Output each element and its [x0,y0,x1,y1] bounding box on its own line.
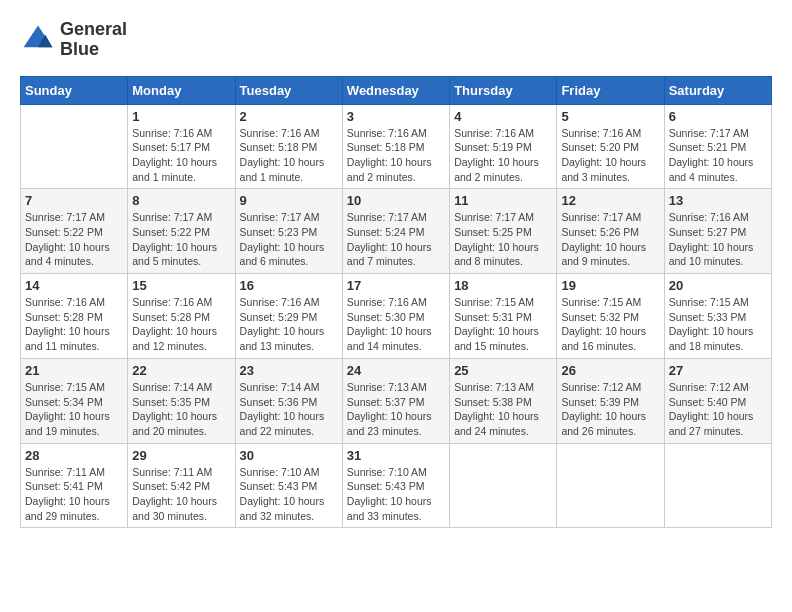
day-number: 5 [561,109,659,124]
calendar-week-2: 7Sunrise: 7:17 AM Sunset: 5:22 PM Daylig… [21,189,772,274]
calendar-cell: 1Sunrise: 7:16 AM Sunset: 5:17 PM Daylig… [128,104,235,189]
day-info: Sunrise: 7:14 AM Sunset: 5:36 PM Dayligh… [240,380,338,439]
day-number: 26 [561,363,659,378]
day-number: 27 [669,363,767,378]
day-number: 17 [347,278,445,293]
calendar-body: 1Sunrise: 7:16 AM Sunset: 5:17 PM Daylig… [21,104,772,528]
day-number: 31 [347,448,445,463]
day-info: Sunrise: 7:15 AM Sunset: 5:34 PM Dayligh… [25,380,123,439]
day-info: Sunrise: 7:14 AM Sunset: 5:35 PM Dayligh… [132,380,230,439]
day-info: Sunrise: 7:16 AM Sunset: 5:18 PM Dayligh… [240,126,338,185]
day-number: 30 [240,448,338,463]
day-number: 9 [240,193,338,208]
calendar-cell: 11Sunrise: 7:17 AM Sunset: 5:25 PM Dayli… [450,189,557,274]
calendar-cell: 18Sunrise: 7:15 AM Sunset: 5:31 PM Dayli… [450,274,557,359]
day-info: Sunrise: 7:11 AM Sunset: 5:41 PM Dayligh… [25,465,123,524]
calendar-cell: 3Sunrise: 7:16 AM Sunset: 5:18 PM Daylig… [342,104,449,189]
calendar-cell: 20Sunrise: 7:15 AM Sunset: 5:33 PM Dayli… [664,274,771,359]
day-info: Sunrise: 7:12 AM Sunset: 5:39 PM Dayligh… [561,380,659,439]
calendar-cell: 22Sunrise: 7:14 AM Sunset: 5:35 PM Dayli… [128,358,235,443]
calendar-header-row: SundayMondayTuesdayWednesdayThursdayFrid… [21,76,772,104]
day-number: 19 [561,278,659,293]
calendar-cell: 16Sunrise: 7:16 AM Sunset: 5:29 PM Dayli… [235,274,342,359]
calendar-cell: 24Sunrise: 7:13 AM Sunset: 5:37 PM Dayli… [342,358,449,443]
day-number: 12 [561,193,659,208]
day-info: Sunrise: 7:12 AM Sunset: 5:40 PM Dayligh… [669,380,767,439]
calendar-cell: 8Sunrise: 7:17 AM Sunset: 5:22 PM Daylig… [128,189,235,274]
calendar-cell: 9Sunrise: 7:17 AM Sunset: 5:23 PM Daylig… [235,189,342,274]
calendar-cell: 6Sunrise: 7:17 AM Sunset: 5:21 PM Daylig… [664,104,771,189]
day-number: 21 [25,363,123,378]
calendar-week-4: 21Sunrise: 7:15 AM Sunset: 5:34 PM Dayli… [21,358,772,443]
calendar-cell: 12Sunrise: 7:17 AM Sunset: 5:26 PM Dayli… [557,189,664,274]
calendar-cell: 23Sunrise: 7:14 AM Sunset: 5:36 PM Dayli… [235,358,342,443]
calendar-cell: 19Sunrise: 7:15 AM Sunset: 5:32 PM Dayli… [557,274,664,359]
logo-text: GeneralBlue [60,20,127,60]
day-number: 7 [25,193,123,208]
calendar-cell: 21Sunrise: 7:15 AM Sunset: 5:34 PM Dayli… [21,358,128,443]
day-number: 13 [669,193,767,208]
calendar-cell: 4Sunrise: 7:16 AM Sunset: 5:19 PM Daylig… [450,104,557,189]
calendar-cell [21,104,128,189]
calendar-week-3: 14Sunrise: 7:16 AM Sunset: 5:28 PM Dayli… [21,274,772,359]
day-number: 20 [669,278,767,293]
day-info: Sunrise: 7:11 AM Sunset: 5:42 PM Dayligh… [132,465,230,524]
day-info: Sunrise: 7:16 AM Sunset: 5:19 PM Dayligh… [454,126,552,185]
col-header-tuesday: Tuesday [235,76,342,104]
day-number: 4 [454,109,552,124]
calendar-cell: 31Sunrise: 7:10 AM Sunset: 5:43 PM Dayli… [342,443,449,528]
col-header-wednesday: Wednesday [342,76,449,104]
day-number: 29 [132,448,230,463]
calendar-cell: 2Sunrise: 7:16 AM Sunset: 5:18 PM Daylig… [235,104,342,189]
col-header-saturday: Saturday [664,76,771,104]
day-number: 6 [669,109,767,124]
day-number: 16 [240,278,338,293]
day-info: Sunrise: 7:15 AM Sunset: 5:32 PM Dayligh… [561,295,659,354]
calendar-cell: 29Sunrise: 7:11 AM Sunset: 5:42 PM Dayli… [128,443,235,528]
day-info: Sunrise: 7:17 AM Sunset: 5:22 PM Dayligh… [132,210,230,269]
day-info: Sunrise: 7:17 AM Sunset: 5:23 PM Dayligh… [240,210,338,269]
day-info: Sunrise: 7:17 AM Sunset: 5:25 PM Dayligh… [454,210,552,269]
calendar-cell: 30Sunrise: 7:10 AM Sunset: 5:43 PM Dayli… [235,443,342,528]
day-number: 15 [132,278,230,293]
day-number: 23 [240,363,338,378]
calendar-cell [557,443,664,528]
col-header-thursday: Thursday [450,76,557,104]
calendar-cell: 28Sunrise: 7:11 AM Sunset: 5:41 PM Dayli… [21,443,128,528]
day-number: 14 [25,278,123,293]
day-info: Sunrise: 7:16 AM Sunset: 5:17 PM Dayligh… [132,126,230,185]
day-info: Sunrise: 7:16 AM Sunset: 5:27 PM Dayligh… [669,210,767,269]
day-number: 1 [132,109,230,124]
calendar-cell: 5Sunrise: 7:16 AM Sunset: 5:20 PM Daylig… [557,104,664,189]
day-info: Sunrise: 7:10 AM Sunset: 5:43 PM Dayligh… [347,465,445,524]
day-number: 22 [132,363,230,378]
logo: GeneralBlue [20,20,127,60]
logo-icon [20,22,56,58]
calendar-cell: 15Sunrise: 7:16 AM Sunset: 5:28 PM Dayli… [128,274,235,359]
day-info: Sunrise: 7:17 AM Sunset: 5:26 PM Dayligh… [561,210,659,269]
day-number: 10 [347,193,445,208]
day-info: Sunrise: 7:17 AM Sunset: 5:24 PM Dayligh… [347,210,445,269]
col-header-sunday: Sunday [21,76,128,104]
col-header-friday: Friday [557,76,664,104]
day-info: Sunrise: 7:16 AM Sunset: 5:18 PM Dayligh… [347,126,445,185]
calendar-week-5: 28Sunrise: 7:11 AM Sunset: 5:41 PM Dayli… [21,443,772,528]
calendar-cell: 14Sunrise: 7:16 AM Sunset: 5:28 PM Dayli… [21,274,128,359]
calendar-cell [664,443,771,528]
day-info: Sunrise: 7:13 AM Sunset: 5:38 PM Dayligh… [454,380,552,439]
calendar-cell: 10Sunrise: 7:17 AM Sunset: 5:24 PM Dayli… [342,189,449,274]
day-info: Sunrise: 7:16 AM Sunset: 5:28 PM Dayligh… [25,295,123,354]
calendar-cell: 13Sunrise: 7:16 AM Sunset: 5:27 PM Dayli… [664,189,771,274]
day-info: Sunrise: 7:10 AM Sunset: 5:43 PM Dayligh… [240,465,338,524]
day-info: Sunrise: 7:13 AM Sunset: 5:37 PM Dayligh… [347,380,445,439]
day-number: 18 [454,278,552,293]
day-info: Sunrise: 7:16 AM Sunset: 5:30 PM Dayligh… [347,295,445,354]
day-number: 8 [132,193,230,208]
col-header-monday: Monday [128,76,235,104]
calendar-cell: 17Sunrise: 7:16 AM Sunset: 5:30 PM Dayli… [342,274,449,359]
day-info: Sunrise: 7:15 AM Sunset: 5:33 PM Dayligh… [669,295,767,354]
day-number: 11 [454,193,552,208]
calendar-cell [450,443,557,528]
calendar-table: SundayMondayTuesdayWednesdayThursdayFrid… [20,76,772,529]
calendar-cell: 27Sunrise: 7:12 AM Sunset: 5:40 PM Dayli… [664,358,771,443]
